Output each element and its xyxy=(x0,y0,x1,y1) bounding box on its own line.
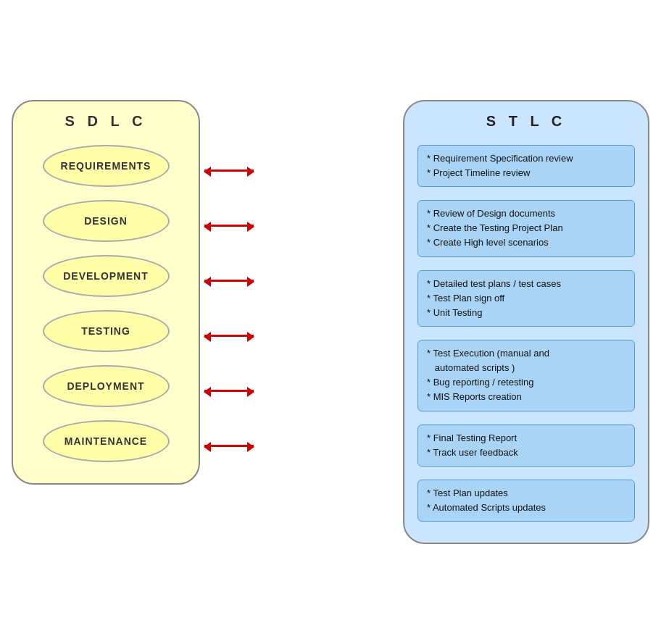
sdlc-item-requirements: REQUIREMENTS xyxy=(43,145,170,187)
arrow-line-6 xyxy=(204,445,254,447)
sdlc-item-deployment: DEPLOYMENT xyxy=(43,365,170,407)
stlc-box-design: * Review of Design documents * Create th… xyxy=(417,200,635,256)
stlc-box-maintenance: * Test Plan updates * Automated Scripts … xyxy=(417,480,635,522)
stlc-box-development: * Detailed test plans / test cases * Tes… xyxy=(417,270,635,327)
arrow-line-2 xyxy=(204,225,254,227)
sdlc-item-development: DEVELOPMENT xyxy=(43,255,170,297)
stlc-title: S T L C xyxy=(486,113,567,130)
sdlc-item-maintenance: MAINTENANCE xyxy=(43,420,170,462)
arrow-4 xyxy=(200,309,258,364)
arrow-line-1 xyxy=(204,170,254,172)
stlc-box-requirements: * Requirement Specification review * Pro… xyxy=(417,145,635,187)
stlc-box-testing: * Test Execution (manual and automated s… xyxy=(417,340,635,411)
arrow-2 xyxy=(200,198,258,254)
arrow-column xyxy=(200,100,258,474)
arrow-6 xyxy=(200,419,258,474)
arrow-5 xyxy=(200,364,258,419)
arrow-line-4 xyxy=(204,335,254,337)
stlc-panel: S T L C * Requirement Specification revi… xyxy=(403,100,649,544)
stlc-box-deployment: * Final Testing Report * Track user feed… xyxy=(417,425,635,467)
sdlc-panel: S D L C REQUIREMENTS DESIGN DEVELOPMENT … xyxy=(12,100,200,485)
sdlc-item-testing: TESTING xyxy=(43,310,170,352)
arrow-1 xyxy=(200,143,258,198)
arrow-line-3 xyxy=(204,280,254,282)
arrow-3 xyxy=(200,254,258,309)
sdlc-item-design: DESIGN xyxy=(43,200,170,242)
arrow-line-5 xyxy=(204,390,254,392)
sdlc-title: S D L C xyxy=(65,113,147,130)
diagram-container: S D L C REQUIREMENTS DESIGN DEVELOPMENT … xyxy=(12,100,649,544)
